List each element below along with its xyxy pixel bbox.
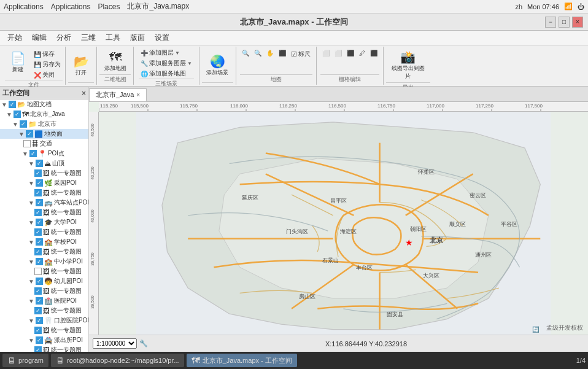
taskbar-terminal[interactable]: 🖥 root@hadoop-node2:~/mapgls10/pr...: [51, 354, 184, 367]
tree-shanding[interactable]: ▼ ✓ ⛰ 山顶: [0, 158, 88, 168]
tab-beijing-java[interactable]: 北京市_Java ×: [89, 88, 147, 101]
checkbox-dent[interactable]: ✓: [36, 317, 43, 324]
taskbar-program[interactable]: 🖥 program: [2, 354, 48, 367]
checkbox-univ[interactable]: ✓: [36, 219, 43, 226]
add-layer-button[interactable]: ➕ 添加图层 ▼: [139, 48, 194, 58]
tree-theme2[interactable]: ✓ 🖼 统一专题图: [0, 188, 88, 198]
tab-close-button[interactable]: ×: [136, 91, 140, 98]
checkbox-t8[interactable]: ✓: [34, 307, 42, 314]
add-layer-dropdown[interactable]: ▼: [175, 50, 180, 56]
extent-button[interactable]: ⬛: [277, 49, 288, 57]
tree-theme5[interactable]: ✓ 🖼 统一专题图: [0, 247, 88, 257]
tree-dental[interactable]: ▼ ✓ 🦷 口腔医院POI: [0, 316, 88, 325]
tree-theme9[interactable]: ✓ 🖼 统一专题图: [0, 325, 88, 335]
checkbox-t7[interactable]: ✓: [34, 287, 42, 295]
map-viewport[interactable]: 115,250 115,500 115,750 116,000 116,250 …: [89, 102, 588, 335]
raster-btn2[interactable]: ⬜: [333, 49, 344, 57]
tree-map-doc[interactable]: ▼ ✓ 📂 地图文档: [0, 99, 88, 109]
tree-hospital[interactable]: ▼ ✓ 🏥 医院POI: [0, 296, 88, 306]
minimize-button[interactable]: －: [545, 17, 556, 28]
applications-menu[interactable]: Applications: [4, 2, 44, 11]
checkbox-dilei[interactable]: ✓: [26, 130, 33, 138]
checkbox-beijing[interactable]: ✓: [14, 111, 21, 118]
add-service-layer-button[interactable]: 🔧 添加服务图层 ▼: [139, 58, 194, 68]
tree-poi[interactable]: ▼ ✓ 📍 POI点: [0, 149, 88, 158]
checkbox-t1[interactable]: ✓: [34, 169, 42, 177]
menu-layout[interactable]: 版面: [125, 31, 150, 44]
places-menu[interactable]: Places: [98, 2, 120, 11]
tree-theme4[interactable]: ✓ 🖼 统一专题图: [0, 227, 88, 237]
zoom-in-button[interactable]: 🔍: [240, 49, 251, 57]
checkbox-ms[interactable]: ✓: [36, 258, 43, 265]
raster-btn1[interactable]: ⬜: [320, 49, 331, 57]
tree-theme8[interactable]: ✓ 🖼 统一专题图: [0, 306, 88, 316]
menu-3d[interactable]: 三维: [76, 31, 101, 44]
tree-theme3[interactable]: ✓ 🖼 统一专题图: [0, 208, 88, 217]
raster-btn5[interactable]: ⬛: [368, 49, 379, 57]
applications-label[interactable]: Applications: [51, 2, 91, 11]
raster-btn3[interactable]: ⬛: [345, 49, 356, 57]
checkbox-bus[interactable]: ✓: [36, 199, 43, 206]
scale-checkbox[interactable]: ☑ 标尺: [289, 49, 312, 59]
checkbox-jt[interactable]: [23, 140, 31, 147]
checkbox-bj[interactable]: ✓: [20, 120, 27, 128]
export-button[interactable]: 📸 线图导出到图片: [386, 48, 430, 82]
tree-midschool[interactable]: ▼ ✓ 🏫 中小学POI: [0, 257, 88, 266]
add-map-button[interactable]: 🗺 添加地图: [101, 49, 130, 74]
checkbox-t3[interactable]: ✓: [34, 209, 42, 216]
tree-theme6[interactable]: 🖼 统一专题图: [0, 266, 88, 276]
checkbox-t6[interactable]: [34, 268, 42, 275]
taskbar-mapx[interactable]: 🗺 北京市_Java.mapx - 工作空间: [187, 354, 297, 367]
tree-univ[interactable]: ▼ ✓ 🎓 大学POI: [0, 217, 88, 227]
checkbox-mapdoc[interactable]: ✓: [9, 101, 16, 108]
map-area[interactable]: 延庆区 怀柔区 密云区 平谷区 昌平区 顺义区 通州区 门头沟区 海淀区 朝阳区…: [99, 112, 588, 335]
add-scene-button[interactable]: 🌏 添加场景: [203, 52, 232, 79]
scale-selector[interactable]: 1:1000000 1:500000 1:250000: [93, 338, 137, 349]
menu-start[interactable]: 开始: [2, 31, 27, 44]
zoom-out-button[interactable]: 🔍: [252, 49, 263, 57]
checkbox-t10[interactable]: ✓: [34, 346, 42, 352]
tree-school[interactable]: ▼ ✓ 🏫 学校POI: [0, 237, 88, 247]
pan-button[interactable]: ✋: [265, 49, 276, 57]
checkbox-cy[interactable]: ✓: [36, 179, 43, 187]
checkbox-hosp[interactable]: ✓: [36, 297, 43, 305]
mtn-icon: ⛰: [44, 160, 51, 167]
checkbox-t9[interactable]: ✓: [34, 327, 42, 334]
tree-bus[interactable]: ▼ ✓ 🚌 汽车站点POI: [0, 198, 88, 208]
tree-dilei[interactable]: ▼ ✓ 🟦 地类面: [0, 129, 88, 139]
menu-edit[interactable]: 编辑: [27, 31, 52, 44]
tree-police[interactable]: ▼ ✓ 🚔 派出所POI: [0, 335, 88, 345]
checkbox-t5[interactable]: ✓: [34, 248, 42, 255]
workspace-close-button[interactable]: ×: [82, 89, 86, 98]
checkbox-t2[interactable]: ✓: [34, 189, 42, 196]
checkbox-pol[interactable]: ✓: [36, 336, 43, 344]
tree-caiyuan[interactable]: ▼ ✓ 🌿 采园POI: [0, 178, 88, 188]
scale-dropdown-icon[interactable]: 🔧: [139, 340, 148, 348]
checkbox-sch[interactable]: ✓: [36, 238, 43, 246]
add-service-map-button[interactable]: 🌐 添加服务地图: [139, 69, 194, 79]
saveas-button[interactable]: 💾 另存为: [32, 60, 63, 69]
open-button[interactable]: 📂 打开: [68, 52, 94, 79]
menu-tools[interactable]: 工具: [101, 31, 125, 44]
tree-beijing[interactable]: ▼ ✓ 📁 北京市: [0, 119, 88, 129]
new-button[interactable]: 📄 新建: [5, 49, 31, 76]
save-button[interactable]: 💾 保存: [32, 49, 63, 59]
maximize-button[interactable]: □: [559, 17, 570, 28]
tree-kinder[interactable]: ▼ ✓ 🧒 幼儿园POI: [0, 276, 88, 286]
tree-theme10[interactable]: ✓ 🖼 统一专题图: [0, 345, 88, 352]
checkbox-t4[interactable]: ✓: [34, 228, 42, 236]
tree-theme7[interactable]: ✓ 🖼 统一专题图: [0, 286, 88, 296]
menu-settings[interactable]: 设置: [150, 31, 174, 44]
dilei-label: 地类面: [44, 130, 63, 138]
menu-analysis[interactable]: 分析: [52, 31, 76, 44]
add-service-dropdown[interactable]: ▼: [187, 61, 192, 66]
tree-beijing-java[interactable]: ▼ ✓ 🗺 北京市_Java: [0, 109, 88, 119]
checkbox-poi[interactable]: ✓: [29, 150, 37, 157]
tree-jiaotong[interactable]: 🛤 交通: [0, 139, 88, 149]
checkbox-kd[interactable]: ✓: [36, 278, 43, 285]
checkbox-sd[interactable]: ✓: [36, 160, 43, 167]
close-button[interactable]: ×: [572, 17, 583, 28]
tree-theme1[interactable]: ✓ 🖼 统一专题图: [0, 168, 88, 178]
raster-btn4[interactable]: 🖊: [357, 49, 367, 57]
close-doc-button[interactable]: ❌ 关闭: [32, 70, 63, 80]
